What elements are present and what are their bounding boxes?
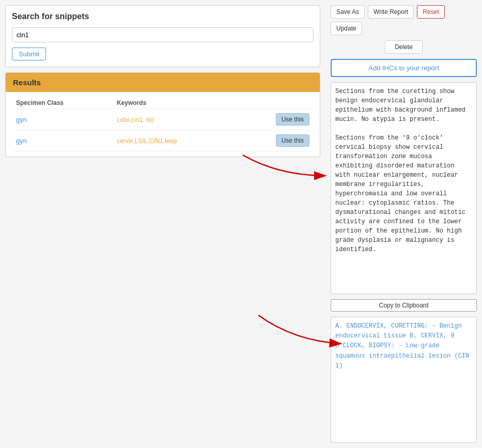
add-ihc-button[interactable]: Add IHCs to your report (331, 59, 477, 77)
specimen-cell: gyn (13, 109, 114, 130)
results-section: Results Specimen Class Keywords gyncxbx,… (5, 72, 320, 157)
diagnosis-box: A. ENDOCERVIX, CURETTING: - Benign endoc… (331, 317, 477, 443)
table-row: gyncervix,LSIL,CIN1,leepUse this (13, 130, 313, 151)
keywords-link[interactable]: cxbx,cin1, lsil (117, 116, 153, 123)
delete-row: Delete (331, 40, 477, 54)
write-report-button[interactable]: Write Report (368, 5, 414, 19)
use-this-cell: Use this (238, 130, 313, 151)
submit-button[interactable]: Submit (12, 48, 46, 60)
keywords-cell: cervix,LSIL,CIN1,leep (114, 130, 238, 151)
use-this-cell: Use this (238, 109, 313, 130)
results-header: Results (6, 73, 320, 92)
keywords-cell: cxbx,cin1, lsil (114, 109, 238, 130)
delete-button[interactable]: Delete (385, 40, 423, 54)
update-button[interactable]: Update (331, 22, 362, 35)
search-input[interactable] (12, 27, 314, 42)
search-section: Search for snippets Submit (5, 5, 320, 67)
right-panel: Save As Write Report Reset Update Delete… (325, 0, 482, 448)
col-specimen: Specimen Class (13, 97, 114, 109)
col-keywords: Keywords (114, 97, 238, 109)
specimen-cell: gyn (13, 130, 114, 151)
save-as-button[interactable]: Save As (331, 5, 365, 19)
top-buttons-row: Save As Write Report Reset Update (331, 5, 477, 35)
specimen-link[interactable]: gyn (16, 137, 27, 145)
use-this-button[interactable]: Use this (276, 113, 309, 126)
specimen-link[interactable]: gyn (16, 116, 27, 123)
reset-button[interactable]: Reset (417, 5, 444, 19)
copy-to-clipboard-button[interactable]: Copy to Clipboard (331, 299, 477, 312)
search-title: Search for snippets (12, 12, 314, 21)
keywords-link[interactable]: cervix,LSIL,CIN1,leep (117, 137, 177, 145)
use-this-button[interactable]: Use this (276, 134, 309, 147)
table-row: gyncxbx,cin1, lsilUse this (13, 109, 313, 130)
report-textarea[interactable] (331, 82, 477, 294)
